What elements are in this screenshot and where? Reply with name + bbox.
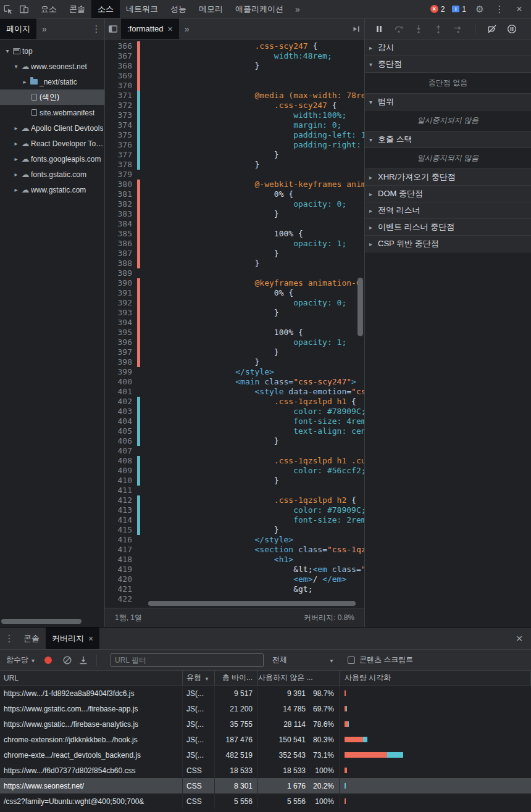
url-filter-input[interactable] <box>111 653 264 667</box>
panel-tab[interactable]: 성능 <box>164 0 193 18</box>
tree-item[interactable]: ▸☁React Developer Tools <box>0 136 104 151</box>
code-line[interactable]: 371 @media (max-width: 78rem) { <box>105 91 364 101</box>
line-number[interactable]: 418 <box>105 555 132 565</box>
code-line[interactable]: 412 .css-1qzslpd h2 { <box>105 495 364 505</box>
panel-tab[interactable]: 네트워크 <box>120 0 164 18</box>
tree-item[interactable]: ▸☁fonts.googleapis.com <box>0 151 104 167</box>
line-number[interactable]: 375 <box>105 130 132 140</box>
code-line[interactable]: 402 .css-1qzslpd h1 { <box>105 397 364 407</box>
chevron-right-icon[interactable]: ▸ <box>12 186 20 193</box>
panel-tab[interactable]: 메모리 <box>193 0 229 18</box>
code-line[interactable]: 376 padding-right: 1rem; <box>105 140 364 150</box>
tree-item[interactable]: ▸☁www.gstatic.com <box>0 182 104 197</box>
line-number[interactable]: 386 <box>105 239 132 249</box>
code-line[interactable]: 386 opacity: 1; <box>105 239 364 249</box>
debugger-section-header[interactable]: ▸전역 리스너 <box>365 202 531 219</box>
kebab-menu-icon[interactable] <box>491 1 508 17</box>
panel-tab[interactable]: 콘솔 <box>63 0 91 18</box>
code-line[interactable]: 375 padding-left: 1rem; <box>105 130 364 140</box>
code-line[interactable]: 393 } <box>105 308 364 318</box>
code-line[interactable]: 397 } <box>105 347 364 357</box>
code-line[interactable]: 380 @-webkit-keyframes animation-0 { <box>105 180 364 189</box>
drawer-tab[interactable]: 커버리지 <box>46 628 99 649</box>
tree-item[interactable]: ▾☁www.seonest.net <box>0 59 104 74</box>
chevron-right-icon[interactable]: ▸ <box>12 140 20 147</box>
line-number[interactable]: 415 <box>105 525 132 535</box>
debugger-section-header[interactable]: ▸CSP 위반 중단점 <box>365 236 531 252</box>
step-out-icon[interactable] <box>430 21 446 37</box>
line-number[interactable]: 392 <box>105 298 132 308</box>
line-number[interactable]: 413 <box>105 505 132 515</box>
pause-on-exceptions-icon[interactable] <box>504 21 520 37</box>
chevron-right-icon[interactable]: ▸ <box>12 171 20 178</box>
line-number[interactable]: 376 <box>105 140 132 150</box>
coverage-row[interactable]: https://ww.../1-fd892ea8a89404f3fdc6.jsJ… <box>0 686 531 701</box>
coverage-row[interactable]: https://www.seonest.net/CSS8 3011 67620.… <box>0 778 531 793</box>
deactivate-breakpoints-icon[interactable] <box>484 21 500 37</box>
code-line[interactable]: 385 100% { <box>105 229 364 239</box>
pause-icon[interactable] <box>371 21 387 37</box>
editor-hscrollbar[interactable] <box>148 601 356 606</box>
line-number[interactable]: 402 <box>105 397 132 407</box>
code-line[interactable]: 400 <main class="css-scy247"> <box>105 377 364 387</box>
debugger-section-header[interactable]: ▸XHR/가져오기 중단점 <box>365 169 531 186</box>
export-coverage-icon[interactable] <box>75 652 91 668</box>
coverage-row[interactable]: https://www.gstatic.com.../firebase-app.… <box>0 701 531 716</box>
close-tab-icon[interactable] <box>168 24 173 34</box>
line-number[interactable]: 370 <box>105 81 132 91</box>
code-line[interactable]: 378 } <box>105 160 364 170</box>
drawer-menu-icon[interactable] <box>1 631 17 647</box>
column-header[interactable]: 유형 <box>183 671 215 685</box>
code-line[interactable]: 411 <box>105 486 364 495</box>
line-number[interactable]: 369 <box>105 71 132 81</box>
line-number[interactable]: 387 <box>105 249 132 259</box>
tree-item[interactable]: ▸☁Apollo Client Devtools <box>0 120 104 136</box>
chevron-right-icon[interactable]: ▸ <box>12 125 20 131</box>
code-line[interactable]: 373 width:100%; <box>105 110 364 120</box>
more-editor-tabs-icon[interactable] <box>179 21 195 37</box>
code-line[interactable]: 421 &gt; <box>105 584 364 594</box>
code-line[interactable]: 381 0% { <box>105 189 364 199</box>
code-line[interactable]: 406 } <box>105 436 364 446</box>
line-number[interactable]: 420 <box>105 574 132 584</box>
tree-item[interactable]: ▾top <box>0 43 104 59</box>
inspect-icon[interactable] <box>0 1 16 17</box>
debugger-section-header[interactable]: ▾중단점 <box>365 56 531 73</box>
record-coverage-button[interactable] <box>44 657 52 664</box>
debugger-section-header[interactable]: ▾범위 <box>365 94 531 110</box>
line-number[interactable]: 380 <box>105 180 132 189</box>
code-line[interactable]: 367 width:48rem; <box>105 51 364 61</box>
line-number[interactable]: 408 <box>105 456 132 466</box>
line-number[interactable]: 421 <box>105 584 132 594</box>
close-tab-icon[interactable] <box>88 634 93 644</box>
line-number[interactable]: 414 <box>105 515 132 525</box>
line-number[interactable]: 381 <box>105 189 132 199</box>
code-line[interactable]: 374 margin: 0; <box>105 120 364 130</box>
column-header[interactable]: 사용하지 않은 ... <box>258 671 340 685</box>
column-header[interactable]: 사용량 시각화 <box>340 671 531 685</box>
code-line[interactable]: 408 .css-1qzslpd h1 .cursor { <box>105 456 364 466</box>
coverage-mode-select[interactable]: 함수당 <box>6 655 35 665</box>
code-line[interactable]: 417 <section class="css-1qzslpd"> <box>105 545 364 555</box>
line-number[interactable]: 395 <box>105 328 132 338</box>
device-toolbar-icon[interactable] <box>16 1 32 17</box>
coverage-row[interactable]: /css2?family=Ubuntu:wght@400;500;700&CSS… <box>0 793 531 809</box>
code-line[interactable]: 407 <box>105 446 364 456</box>
line-number[interactable]: 373 <box>105 110 132 120</box>
line-number[interactable]: 396 <box>105 338 132 347</box>
line-number[interactable]: 377 <box>105 150 132 160</box>
line-number[interactable]: 394 <box>105 318 132 328</box>
column-header[interactable]: URL <box>0 671 183 685</box>
close-devtools-icon[interactable] <box>511 1 527 17</box>
line-number[interactable]: 419 <box>105 565 132 574</box>
line-number[interactable]: 372 <box>105 101 132 110</box>
code-line[interactable]: 415 } <box>105 525 364 535</box>
line-number[interactable]: 390 <box>105 278 132 288</box>
code-line[interactable]: 383 } <box>105 209 364 219</box>
code-line[interactable]: 413 color: #78909C; <box>105 505 364 515</box>
code-line[interactable]: 394 <box>105 318 364 328</box>
line-number[interactable]: 397 <box>105 347 132 357</box>
code-line[interactable]: 382 opacity: 0; <box>105 199 364 209</box>
code-line[interactable]: 392 opacity: 0; <box>105 298 364 308</box>
coverage-row[interactable]: https://www.gstatic.../firebase-analytic… <box>0 716 531 732</box>
